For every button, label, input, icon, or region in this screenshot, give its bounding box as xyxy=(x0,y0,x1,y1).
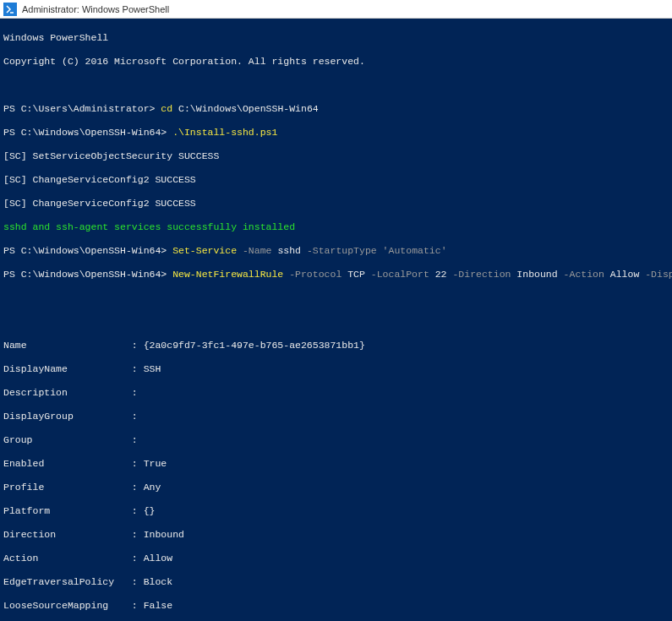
rule-output: DisplayGroup : xyxy=(3,411,669,422)
cmd-firewall: PS C:\Windows\OpenSSH-Win64> New-NetFire… xyxy=(3,269,669,281)
cmd-setservice: PS C:\Windows\OpenSSH-Win64> Set-Service… xyxy=(3,245,669,257)
cmd-cd: PS C:\Users\Administrator> cd C:\Windows… xyxy=(3,103,669,115)
powershell-window: Administrator: Windows PowerShell Window… xyxy=(0,0,672,621)
copyright-line: Copyright (C) 2016 Microsoft Corporation… xyxy=(3,56,669,68)
terminal-area[interactable]: Windows PowerShell Copyright (C) 2016 Mi… xyxy=(0,19,672,621)
install-success: sshd and ssh-agent services successfully… xyxy=(3,221,669,233)
rule-output: Platform : {} xyxy=(3,505,669,517)
header-line: Windows PowerShell xyxy=(3,32,669,44)
titlebar[interactable]: Administrator: Windows PowerShell xyxy=(0,0,672,19)
rule-output: Group : xyxy=(3,434,669,446)
blank xyxy=(3,292,669,304)
blank xyxy=(3,79,669,91)
rule-output: LooseSourceMapping : False xyxy=(3,600,669,612)
rule-output: Name : {2a0c9fd7-3fc1-497e-b765-ae265387… xyxy=(3,340,669,351)
blank xyxy=(3,316,669,328)
rule-output: EdgeTraversalPolicy : Block xyxy=(3,576,669,588)
sc-output: [SC] SetServiceObjectSecurity SUCCESS xyxy=(3,150,669,162)
rule-output: Description : xyxy=(3,387,669,399)
rule-output: Action : Allow xyxy=(3,553,669,564)
window-title: Administrator: Windows PowerShell xyxy=(22,4,169,14)
sc-output: [SC] ChangeServiceConfig2 SUCCESS xyxy=(3,174,669,186)
rule-output: Profile : Any xyxy=(3,482,669,493)
sc-output: [SC] ChangeServiceConfig2 SUCCESS xyxy=(3,198,669,210)
rule-output: Enabled : True xyxy=(3,458,669,470)
cmd-install: PS C:\Windows\OpenSSH-Win64> .\Install-s… xyxy=(3,127,669,139)
rule-output: DisplayName : SSH xyxy=(3,363,669,375)
rule-output: Direction : Inbound xyxy=(3,529,669,541)
powershell-icon xyxy=(3,3,17,16)
